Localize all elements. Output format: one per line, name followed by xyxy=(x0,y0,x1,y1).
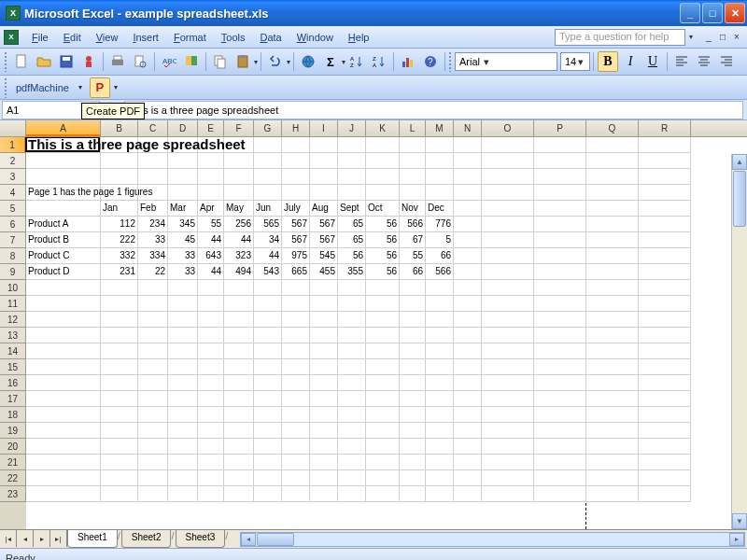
row-header-14[interactable]: 14 xyxy=(0,343,26,359)
cell-Q20[interactable] xyxy=(586,439,639,455)
cell-G3[interactable] xyxy=(254,169,282,185)
cell-J11[interactable] xyxy=(338,296,366,312)
cell-R10[interactable] xyxy=(639,280,691,296)
cell-H3[interactable] xyxy=(282,169,310,185)
cell-L6[interactable]: 566 xyxy=(400,217,426,232)
cell-D2[interactable] xyxy=(168,153,198,169)
col-header-E[interactable]: E xyxy=(198,120,224,136)
cell-O3[interactable] xyxy=(482,169,534,185)
col-header-A[interactable]: A xyxy=(26,120,101,136)
cell-O10[interactable] xyxy=(482,280,534,296)
cell-F3[interactable] xyxy=(224,169,254,185)
cell-A2[interactable] xyxy=(26,153,101,169)
cell-E15[interactable] xyxy=(198,359,224,375)
cell-C14[interactable] xyxy=(138,343,168,359)
cell-A12[interactable] xyxy=(26,312,101,328)
cell-I23[interactable] xyxy=(310,486,338,502)
cell-B21[interactable] xyxy=(101,455,138,470)
cell-K2[interactable] xyxy=(366,153,400,169)
cell-G5[interactable]: Jun xyxy=(254,201,282,217)
paste-button[interactable] xyxy=(233,51,253,72)
cells-grid[interactable]: This is a three page spreadsheetPage 1 h… xyxy=(26,137,747,529)
cell-C17[interactable] xyxy=(138,391,168,407)
pdfmachine-label[interactable]: pdfMachine xyxy=(10,80,75,95)
cell-R12[interactable] xyxy=(639,312,691,328)
cell-R16[interactable] xyxy=(639,375,691,391)
cell-I5[interactable]: Aug xyxy=(310,201,338,217)
cell-M20[interactable] xyxy=(426,439,454,455)
cell-O15[interactable] xyxy=(482,359,534,375)
cell-Q2[interactable] xyxy=(586,153,639,169)
cell-E6[interactable]: 55 xyxy=(198,217,224,232)
row-header-8[interactable]: 8 xyxy=(0,248,26,264)
cell-K5[interactable]: Oct xyxy=(366,201,400,217)
tab-nav-prev[interactable]: ◂ xyxy=(17,530,34,547)
cell-K12[interactable] xyxy=(366,312,400,328)
cell-N23[interactable] xyxy=(454,486,482,502)
row-header-23[interactable]: 23 xyxy=(0,486,26,502)
cell-Q7[interactable] xyxy=(586,232,639,248)
dropdown-icon[interactable]: ▾ xyxy=(75,83,86,91)
cell-C22[interactable] xyxy=(138,470,168,486)
cell-D5[interactable]: Mar xyxy=(168,201,198,217)
vertical-scrollbar[interactable]: ▲ ▼ xyxy=(731,154,747,529)
cell-E22[interactable] xyxy=(198,470,224,486)
cell-P4[interactable] xyxy=(534,185,586,201)
scroll-left-button[interactable]: ◂ xyxy=(241,533,256,546)
row-header-13[interactable]: 13 xyxy=(0,328,26,343)
menu-format[interactable]: Format xyxy=(166,30,214,45)
cell-A16[interactable] xyxy=(26,375,101,391)
cell-H2[interactable] xyxy=(282,153,310,169)
cell-I13[interactable] xyxy=(310,328,338,343)
print-preview-button[interactable] xyxy=(130,51,150,72)
cell-R6[interactable] xyxy=(639,217,691,232)
cell-F2[interactable] xyxy=(224,153,254,169)
cell-C12[interactable] xyxy=(138,312,168,328)
cell-I9[interactable]: 455 xyxy=(310,264,338,280)
scroll-up-button[interactable]: ▲ xyxy=(732,154,747,170)
autosum-dropdown-icon[interactable]: ▾ xyxy=(342,58,345,66)
row-header-9[interactable]: 9 xyxy=(0,264,26,280)
cell-K15[interactable] xyxy=(366,359,400,375)
cell-R22[interactable] xyxy=(639,470,691,486)
cell-I15[interactable] xyxy=(310,359,338,375)
cell-B8[interactable]: 332 xyxy=(101,248,138,264)
cell-D22[interactable] xyxy=(168,470,198,486)
minimize-button[interactable]: _ xyxy=(680,3,700,23)
cell-C9[interactable]: 22 xyxy=(138,264,168,280)
copy-button[interactable] xyxy=(210,51,231,72)
cell-G4[interactable] xyxy=(254,185,282,201)
menu-edit[interactable]: Edit xyxy=(56,30,89,45)
cell-M7[interactable]: 5 xyxy=(426,232,454,248)
cell-E18[interactable] xyxy=(198,407,224,423)
cell-Q10[interactable] xyxy=(586,280,639,296)
cell-H9[interactable]: 665 xyxy=(282,264,310,280)
cell-A20[interactable] xyxy=(26,439,101,455)
cell-P17[interactable] xyxy=(534,391,586,407)
cell-C16[interactable] xyxy=(138,375,168,391)
col-header-D[interactable]: D xyxy=(168,120,198,136)
cell-G20[interactable] xyxy=(254,439,282,455)
cell-M10[interactable] xyxy=(426,280,454,296)
print-button[interactable] xyxy=(107,51,128,72)
cell-O4[interactable] xyxy=(482,185,534,201)
close-button[interactable]: ✕ xyxy=(725,3,745,23)
cell-K7[interactable]: 56 xyxy=(366,232,400,248)
doc-close-button[interactable]: × xyxy=(730,31,743,44)
cell-Q23[interactable] xyxy=(586,486,639,502)
sheet-tab-sheet1[interactable]: Sheet1 xyxy=(67,530,118,548)
cell-F5[interactable]: May xyxy=(224,201,254,217)
cell-E8[interactable]: 643 xyxy=(198,248,224,264)
cell-N11[interactable] xyxy=(454,296,482,312)
cell-H7[interactable]: 567 xyxy=(282,232,310,248)
cell-L2[interactable] xyxy=(400,153,426,169)
cell-M11[interactable] xyxy=(426,296,454,312)
cell-O11[interactable] xyxy=(482,296,534,312)
cell-D21[interactable] xyxy=(168,455,198,470)
row-header-5[interactable]: 5 xyxy=(0,201,26,217)
cell-N1[interactable] xyxy=(454,137,482,153)
cell-A13[interactable] xyxy=(26,328,101,343)
cell-Q13[interactable] xyxy=(586,328,639,343)
cell-D14[interactable] xyxy=(168,343,198,359)
cell-J9[interactable]: 355 xyxy=(338,264,366,280)
